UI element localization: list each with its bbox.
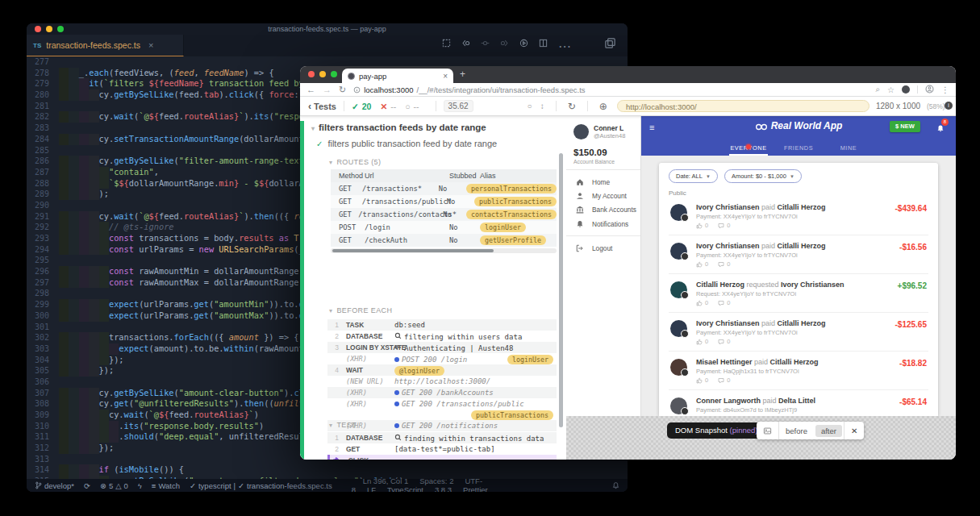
tab-friends[interactable]: FRIENDS: [774, 137, 824, 156]
watch-item[interactable]: ≡Watch: [152, 481, 180, 490]
status-item[interactable]: Spaces: 2: [419, 476, 453, 485]
like-icon[interactable]: [696, 377, 703, 384]
like-icon[interactable]: [696, 300, 703, 306]
status-item[interactable]: 3.8.3: [435, 485, 452, 492]
transaction-item[interactable]: Ivory Christiansen paid Citlalli HerzogP…: [669, 313, 928, 352]
maximize-window-button[interactable]: [331, 71, 337, 77]
bookmark-star-icon[interactable]: ☆: [887, 85, 895, 94]
tab-everyone[interactable]: EVERYONE: [724, 137, 774, 156]
test-section-header[interactable]: ▾TEST: [329, 421, 357, 429]
restart-tests-icon[interactable]: ↻: [568, 101, 576, 112]
cypress-reporter[interactable]: ▾filters transaction feeds by date range…: [300, 116, 566, 460]
more-actions-icon[interactable]: ⋯: [558, 39, 571, 54]
sidebar-item-notifications[interactable]: Notifications: [566, 218, 640, 231]
command-row[interactable]: 1TASKdb:seed: [327, 319, 557, 331]
transaction-item[interactable]: Ivory Christiansen paid Citlalli HerzogP…: [669, 235, 928, 274]
editor-tab-transaction-feeds[interactable]: TS transaction-feeds.spec.ts ×: [27, 35, 184, 56]
comment-icon[interactable]: [718, 339, 724, 345]
minimize-window-button[interactable]: [319, 71, 326, 77]
status-item[interactable]: Prettier: [463, 485, 488, 492]
app-url-field[interactable]: http://localhost:3000/: [617, 100, 869, 112]
before-each-header[interactable]: ▾BEFORE EACH: [329, 306, 392, 314]
notifications-bell-icon[interactable]: 8: [936, 122, 945, 136]
zap-icon[interactable]: ϟ: [138, 481, 142, 490]
filter-chip[interactable]: Date: ALL▼: [669, 169, 718, 183]
browser-tab-pay-app[interactable]: pay-app ×: [342, 69, 453, 83]
notifications-bell-icon[interactable]: [612, 481, 619, 489]
command-row[interactable]: 4WAIT@loginUser: [327, 364, 557, 376]
command-row[interactable]: 3LOGIN BY XSTATEAuthenticating | Austen4…: [327, 342, 557, 353]
close-window-button[interactable]: [308, 71, 315, 77]
selection-icon[interactable]: [442, 39, 451, 54]
profile-avatar-icon[interactable]: [925, 85, 934, 95]
reload-icon[interactable]: ↻: [339, 85, 346, 95]
step-back-icon[interactable]: [461, 39, 470, 54]
extension-icon[interactable]: [902, 85, 910, 94]
transaction-item[interactable]: Citlalli Herzog requested Ivory Christia…: [669, 274, 928, 313]
status-item[interactable]: TypeScript: [387, 485, 423, 492]
tab-close-icon[interactable]: ×: [443, 72, 448, 81]
split-editor-icon[interactable]: [539, 39, 548, 54]
new-transaction-button[interactable]: $ NEW: [890, 121, 920, 132]
close-snapshot-icon[interactable]: ✕: [844, 422, 864, 439]
back-icon[interactable]: ←: [307, 85, 315, 94]
status-item[interactable]: LF: [367, 485, 376, 492]
toggle-highlights-icon[interactable]: [757, 422, 779, 439]
status-item[interactable]: Ln 396, Col 1: [363, 476, 409, 485]
transaction-item[interactable]: Conner Langworth paid Delta LittelPaymen…: [669, 390, 928, 416]
command-row[interactable]: (XHR)GET 200 /notifications: [327, 420, 557, 431]
reporter-scrollbar[interactable]: [559, 153, 563, 427]
kebab-menu-icon[interactable]: ⋮: [941, 85, 949, 94]
selector-playground-icon[interactable]: ⊕: [599, 101, 607, 112]
command-row[interactable]: 1DATABASEfinding within transactions dat…: [327, 432, 557, 443]
comment-icon[interactable]: [718, 416, 724, 417]
tab-close-icon[interactable]: ×: [148, 40, 153, 50]
command-row[interactable]: (XHR)GET 200 /bankAccounts: [327, 387, 557, 398]
command-row[interactable]: (XHR)GET 200 /transactions/publicpublicT…: [327, 398, 557, 420]
like-icon[interactable]: [696, 416, 703, 417]
address-bar[interactable]: localhost:3000/__/#/tests/integration/ui…: [353, 85, 868, 94]
tab-mine[interactable]: MINE: [824, 137, 874, 156]
test-title[interactable]: ✓filters public transaction feed by date…: [316, 139, 497, 148]
command-row[interactable]: -CLICK: [327, 455, 557, 460]
sidebar-item-my-account[interactable]: My Account: [566, 189, 640, 202]
checks-item[interactable]: ✓typescript | ✓transaction-feeds.spec.ts: [190, 481, 332, 490]
transaction-item[interactable]: Ivory Christiansen paid Citlalli HerzogP…: [669, 197, 928, 235]
sync-icon[interactable]: ⟳: [84, 481, 90, 490]
snapshot-before-button[interactable]: before: [779, 422, 814, 439]
scroll-updown-icon[interactable]: ↕: [540, 102, 544, 110]
transaction-item[interactable]: Misael Hettinger paid Citlalli HerzogPay…: [669, 352, 928, 390]
filter-chip[interactable]: Amount: $0 - $1,000▼: [724, 169, 802, 183]
command-row[interactable]: (NEW URL)http://localhost:3000/: [327, 376, 557, 387]
new-tab-button[interactable]: +: [460, 69, 465, 80]
sidebar-item-home[interactable]: Home: [566, 176, 640, 189]
suite-title[interactable]: ▾filters transaction feeds by date range: [311, 123, 486, 132]
sidebar-item-logout[interactable]: Logout: [566, 242, 640, 255]
like-icon[interactable]: [696, 223, 703, 229]
code-line[interactable]: 314if (isMobile()) {: [27, 464, 628, 476]
vscode-titlebar[interactable]: transaction-feeds.spec.ts — pay-app: [27, 23, 628, 35]
problems-item[interactable]: ⊗5 △0: [100, 481, 128, 490]
routes-section-header[interactable]: ▾ROUTES (5): [329, 158, 381, 166]
like-icon[interactable]: [696, 339, 703, 345]
comment-icon[interactable]: [718, 377, 724, 384]
step-over-icon[interactable]: [500, 39, 509, 54]
git-branch-item[interactable]: develop*: [35, 481, 74, 490]
horizontal-scrollbar[interactable]: [331, 248, 557, 253]
command-row[interactable]: 2GET[data-test*=public-tab]: [327, 443, 557, 455]
comment-icon[interactable]: [718, 223, 724, 229]
comment-icon[interactable]: [718, 261, 724, 268]
copy-icon[interactable]: [604, 37, 616, 52]
command-row[interactable]: 2DATABASEfiltering within users data: [327, 331, 557, 342]
run-icon[interactable]: [519, 39, 528, 54]
continue-icon[interactable]: [481, 39, 490, 54]
command-row[interactable]: (XHR)POST 200 /loginloginUser: [327, 353, 557, 364]
auto-scroll-circle-icon[interactable]: ○: [528, 102, 532, 110]
sidebar-item-bank-accounts[interactable]: Bank Accounts: [566, 203, 640, 216]
snapshot-after-button[interactable]: after: [815, 425, 842, 437]
comment-icon[interactable]: [718, 300, 724, 306]
forward-icon[interactable]: →: [323, 85, 332, 94]
back-to-tests-button[interactable]: ‹ Tests: [308, 101, 336, 112]
zoom-icon[interactable]: ⌕: [875, 85, 880, 94]
like-icon[interactable]: [696, 261, 703, 268]
